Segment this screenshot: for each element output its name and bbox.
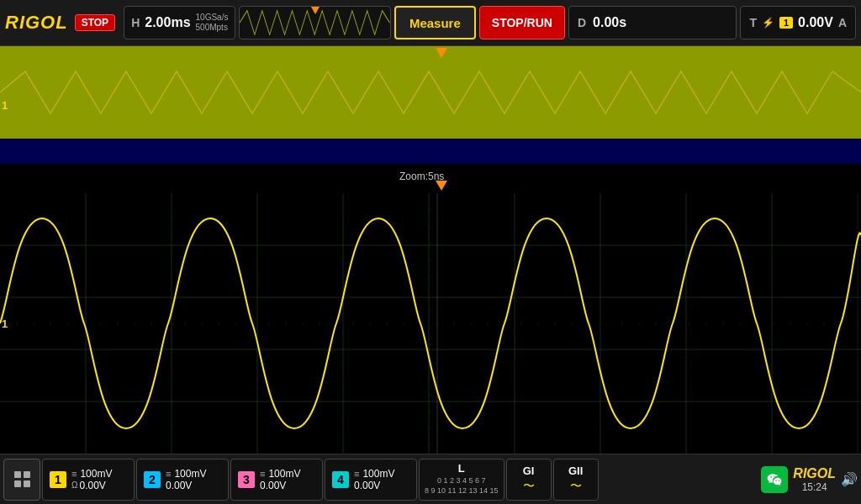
waveform-svg: [0, 193, 861, 454]
overview-dark-band: [0, 139, 861, 164]
h-value: 2.00ms: [145, 15, 190, 30]
top-bar: RIGOL STOP H 2.00ms 10GSa/s 500Mpts Meas…: [0, 0, 861, 46]
ch4-eq-icon: ≡: [354, 469, 359, 479]
horizontal-section[interactable]: H 2.00ms 10GSa/s 500Mpts: [124, 6, 235, 39]
gi-button[interactable]: GI 〜: [506, 459, 552, 501]
ch2-offset: 0.00V: [166, 480, 192, 491]
channel-1-box[interactable]: 1 ≡ 100mV Ω 0.00V: [42, 459, 135, 501]
stop-badge: STOP: [75, 14, 115, 31]
ch1-scale: 100mV: [80, 468, 112, 480]
main-waveform: 1: [0, 193, 861, 454]
delay-section[interactable]: D 0.00s: [568, 6, 737, 39]
channel-4-box[interactable]: 4 ≡ 100mV 0.00V: [325, 459, 417, 501]
ch3-eq-icon: ≡: [260, 469, 265, 479]
measure-button[interactable]: Measure: [394, 6, 476, 39]
rigol-bottom-logo: RIGOL: [793, 466, 836, 481]
ch1-eq-icon: ≡: [71, 469, 77, 479]
h-label: H: [131, 16, 140, 29]
ch1-overview-marker: 1: [2, 99, 8, 112]
l-top-row: 0 1 2 3 4 5 6 7: [425, 476, 499, 486]
t-unit: A: [838, 16, 847, 29]
ch1-offset: 0.00V: [79, 480, 105, 491]
d-label: D: [578, 16, 586, 29]
ch1-omega: Ω: [71, 480, 77, 490]
bottom-bar: 1 ≡ 100mV Ω 0.00V 2 ≡ 100mV 0.00V 3: [0, 454, 861, 504]
d-value: 0.00s: [593, 15, 626, 30]
ch1-badge: 1: [50, 471, 66, 488]
l-label-box[interactable]: L 0 1 2 3 4 5 6 7 8 9 10 11 12 13 14 15: [419, 459, 504, 501]
waveform-area: 1 Zoom:5ns: [0, 46, 861, 454]
wechat-icon[interactable]: [761, 466, 788, 493]
bottom-right-group: RIGOL 15:24 🔊: [761, 466, 858, 493]
gii-waveform-icon: 〜: [570, 479, 582, 494]
ch1-main-marker: 1: [2, 318, 8, 330]
t-label: T: [749, 16, 757, 29]
stop-run-button[interactable]: STOP/RUN: [479, 6, 565, 39]
gi-waveform-icon: 〜: [523, 479, 535, 494]
header-waveform-preview: [239, 6, 390, 39]
trigger-channel-badge: 1: [779, 17, 793, 29]
speaker-icon: 🔊: [841, 471, 858, 487]
overview-trigger-marker: [436, 48, 447, 58]
gii-label: GII: [568, 465, 583, 477]
gi-label: GI: [523, 465, 535, 477]
t-voltage: 0.00V: [798, 15, 833, 30]
channel-2-box[interactable]: 2 ≡ 100mV 0.00V: [136, 459, 229, 501]
menu-dots-icon: [14, 471, 30, 487]
rigol-bottom-info: RIGOL 15:24: [793, 466, 836, 493]
ch4-badge: 4: [332, 471, 349, 488]
menu-button[interactable]: [3, 459, 40, 501]
zoom-trigger-marker: [436, 181, 447, 191]
ch3-badge: 3: [238, 471, 255, 488]
ch2-scale: 100mV: [174, 468, 206, 480]
ch3-scale: 100mV: [268, 468, 300, 480]
trigger-section[interactable]: T ⚡ 1 0.00V A: [740, 6, 856, 39]
trigger-source-icon: ⚡: [762, 17, 774, 29]
ch4-offset: 0.00V: [354, 480, 380, 491]
l-bot-row: 8 9 10 11 12 13 14 15: [425, 486, 499, 496]
gii-button[interactable]: GII 〜: [553, 459, 599, 501]
h-sub: 10GSa/s 500Mpts: [196, 13, 229, 33]
rigol-logo: RIGOL: [5, 12, 68, 34]
overview-panel: 1: [0, 46, 861, 164]
clock-display: 15:24: [802, 481, 827, 493]
channel-3-box[interactable]: 3 ≡ 100mV 0.00V: [230, 459, 323, 501]
ch3-offset: 0.00V: [260, 480, 286, 491]
ch4-scale: 100mV: [362, 468, 394, 480]
ch2-eq-icon: ≡: [166, 469, 171, 479]
ch2-badge: 2: [144, 471, 161, 488]
